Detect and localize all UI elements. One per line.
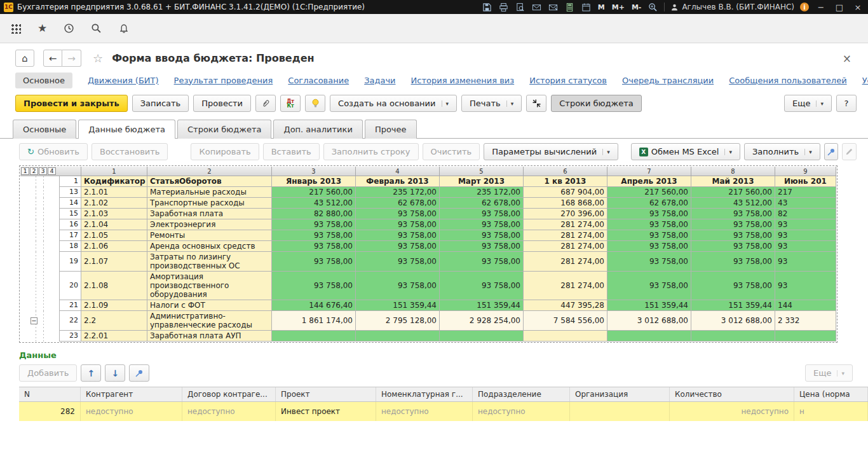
grid-column-header[interactable]: Июнь 201 bbox=[775, 176, 836, 187]
codifier-cell[interactable]: 2.1.06 bbox=[81, 241, 147, 252]
article-cell[interactable]: Материальные расходы bbox=[147, 187, 272, 198]
data-cell[interactable] bbox=[570, 402, 670, 421]
data-cell[interactable]: недоступно bbox=[182, 402, 276, 421]
home-button[interactable]: ⌂ bbox=[15, 50, 34, 67]
value-cell[interactable]: 93 758,00 bbox=[691, 252, 775, 272]
create-on-basis-button[interactable]: Создать на основании▾ bbox=[330, 95, 457, 112]
move-down-button[interactable]: ↓ bbox=[105, 364, 125, 382]
value-cell[interactable]: 93 758,00 bbox=[272, 272, 356, 300]
value-cell[interactable]: 93 758,00 bbox=[440, 209, 524, 219]
nav-link[interactable]: Очередь трансляции bbox=[622, 76, 714, 85]
value-cell[interactable]: 93 758,00 bbox=[356, 209, 440, 219]
row-number[interactable]: 22 bbox=[60, 311, 81, 331]
data-column-header[interactable]: Цена (норма bbox=[794, 387, 868, 401]
value-cell[interactable]: 93 758,00 bbox=[356, 252, 440, 272]
article-cell[interactable]: Электроэнергия bbox=[147, 219, 272, 230]
clear-button[interactable]: Очистить bbox=[423, 143, 480, 160]
value-cell[interactable]: 151 359,44 bbox=[356, 300, 440, 311]
value-cell[interactable]: 93 758,00 bbox=[691, 241, 775, 252]
forward-button[interactable]: → bbox=[62, 50, 81, 67]
value-cell[interactable]: 217 560,00 bbox=[272, 187, 356, 198]
row-number[interactable]: 16 bbox=[60, 219, 81, 230]
tools-menu-icon[interactable] bbox=[10, 23, 21, 34]
value-cell[interactable]: 43 bbox=[775, 198, 836, 209]
grid-column-header[interactable]: СтатьяОборотов bbox=[147, 176, 272, 187]
value-cell[interactable]: 93 758,00 bbox=[607, 219, 691, 230]
value-cell[interactable]: 93 758,00 bbox=[440, 272, 524, 300]
article-cell[interactable]: Транспортные расходы bbox=[147, 198, 272, 209]
value-cell[interactable]: 93 758,00 bbox=[440, 252, 524, 272]
grid-column-header[interactable]: Май 2013 bbox=[691, 176, 775, 187]
form-tab[interactable]: Основные bbox=[13, 120, 76, 139]
column-number-header[interactable]: 7 bbox=[607, 167, 691, 176]
value-cell[interactable]: 2 928 254,00 bbox=[440, 311, 524, 331]
value-cell[interactable]: 93 758,00 bbox=[607, 272, 691, 300]
group-level-button[interactable]: 2 bbox=[30, 167, 38, 175]
close-form-button[interactable]: × bbox=[837, 52, 857, 65]
row-number[interactable]: 14 bbox=[60, 198, 81, 209]
grid-column-header[interactable]: 1 кв 2013 bbox=[524, 176, 607, 187]
value-cell[interactable]: 144 676,40 bbox=[272, 300, 356, 311]
grid-column-header[interactable]: Февраль 2013 bbox=[356, 176, 440, 187]
refresh-button[interactable]: ↻Обновить bbox=[19, 143, 88, 160]
column-number-header[interactable]: 3 bbox=[272, 167, 356, 176]
value-cell[interactable]: 93 758,00 bbox=[691, 209, 775, 219]
save-icon[interactable] bbox=[482, 2, 492, 13]
value-cell[interactable] bbox=[440, 331, 524, 342]
value-cell[interactable] bbox=[356, 331, 440, 342]
collapse-group-toggle[interactable]: − bbox=[31, 317, 37, 324]
info-icon[interactable]: i bbox=[800, 3, 809, 11]
column-number-header[interactable]: 8 bbox=[691, 167, 775, 176]
data-table-row[interactable]: 282недоступнонедоступноИнвест проектнедо… bbox=[19, 402, 868, 421]
codifier-cell[interactable]: 2.1.09 bbox=[81, 300, 147, 311]
more-button[interactable]: Еще▾ bbox=[784, 95, 832, 112]
memory-m-minus-button[interactable]: M- bbox=[631, 3, 642, 11]
value-cell[interactable]: 151 359,44 bbox=[691, 300, 775, 311]
value-cell[interactable] bbox=[691, 331, 775, 342]
write-button[interactable]: Записать bbox=[132, 95, 189, 112]
value-cell[interactable]: 687 904,00 bbox=[524, 187, 607, 198]
value-cell[interactable]: 217 560,00 bbox=[691, 187, 775, 198]
value-cell[interactable]: 281 274,00 bbox=[524, 241, 607, 252]
codifier-cell[interactable]: 2.2 bbox=[81, 311, 147, 331]
row-number[interactable]: 15 bbox=[60, 209, 81, 219]
value-cell[interactable]: 93 bbox=[775, 252, 836, 272]
value-cell[interactable]: 62 678,00 bbox=[356, 198, 440, 209]
zoom-icon[interactable] bbox=[648, 2, 658, 13]
codifier-cell[interactable]: 2.1.01 bbox=[81, 187, 147, 198]
value-cell[interactable]: 93 758,00 bbox=[440, 219, 524, 230]
value-cell[interactable] bbox=[272, 331, 356, 342]
pin-button[interactable] bbox=[824, 143, 839, 160]
nav-link[interactable]: Движения (БИТ) bbox=[88, 76, 159, 85]
favorites-icon[interactable]: ★ bbox=[37, 23, 47, 34]
article-cell[interactable]: Заработная плата АУП bbox=[147, 331, 272, 342]
value-cell[interactable]: 93 758,00 bbox=[272, 219, 356, 230]
data-cell[interactable]: недоступно bbox=[376, 402, 473, 421]
value-cell[interactable]: 3 012 688,00 bbox=[691, 311, 775, 331]
paste-button[interactable]: Вставить bbox=[263, 143, 320, 160]
grid-column-header[interactable]: Январь 2013 bbox=[272, 176, 356, 187]
value-cell[interactable]: 235 172,00 bbox=[356, 187, 440, 198]
edit-button[interactable] bbox=[842, 143, 857, 160]
value-cell[interactable]: 93 758,00 bbox=[272, 230, 356, 241]
value-cell[interactable]: 93 758,00 bbox=[607, 241, 691, 252]
value-cell[interactable]: 281 274,00 bbox=[524, 252, 607, 272]
value-cell[interactable]: 93 758,00 bbox=[356, 241, 440, 252]
value-cell[interactable]: 281 274,00 bbox=[524, 272, 607, 300]
current-user[interactable]: Аглычев В.В. (БИТ.ФИНАНС) bbox=[670, 3, 794, 11]
data-column-header[interactable]: Количество bbox=[670, 387, 794, 401]
calculator-icon[interactable] bbox=[564, 2, 575, 13]
nav-link[interactable]: Результат проведения bbox=[174, 76, 273, 85]
value-cell[interactable] bbox=[775, 331, 836, 342]
value-cell[interactable]: 93 758,00 bbox=[356, 230, 440, 241]
data-cell-n[interactable]: 282 bbox=[19, 402, 81, 421]
value-cell[interactable]: 82 bbox=[775, 209, 836, 219]
post-and-close-button[interactable]: Провести и закрыть bbox=[15, 95, 128, 112]
value-cell[interactable]: 235 172,00 bbox=[440, 187, 524, 198]
value-cell[interactable]: 93 758,00 bbox=[272, 252, 356, 272]
value-cell[interactable]: 151 359,44 bbox=[440, 300, 524, 311]
value-cell[interactable]: 82 880,00 bbox=[272, 209, 356, 219]
grid-column-header[interactable]: Апрель 2013 bbox=[607, 176, 691, 187]
memory-m-plus-button[interactable]: M+ bbox=[611, 3, 625, 11]
value-cell[interactable]: 93 758,00 bbox=[691, 219, 775, 230]
